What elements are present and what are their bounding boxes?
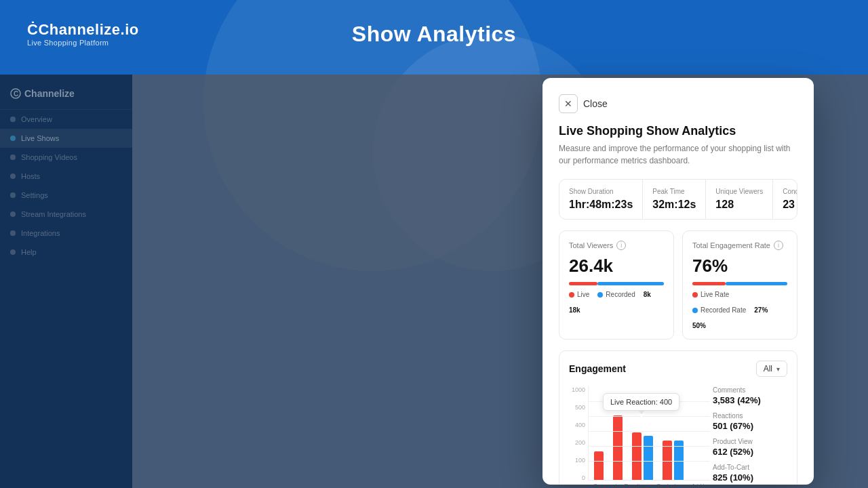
stat-concurrent-viewers-label: Concurrent Viewers <box>783 188 797 195</box>
y-label-500: 500 <box>569 404 585 411</box>
stats-row: Show Duration 1hr:48m:23s Peak Time 32m:… <box>559 179 797 220</box>
total-viewers-info-icon[interactable]: i <box>616 241 626 250</box>
filter-label: All <box>764 364 772 373</box>
legend-live-rate-dot <box>692 292 698 298</box>
stat-unique-viewers: Unique Viewers 128 <box>706 180 773 219</box>
engagement-recorded-bar <box>726 282 787 285</box>
bar-product-blue <box>644 436 653 480</box>
legend-recorded-value: 18k <box>569 306 580 314</box>
legend-live-rate: Live Rate <box>692 291 729 298</box>
header: ĊChannelize.io Live Shopping Platform Sh… <box>0 0 868 68</box>
eng-stat-add-to-cart-label: Add-To-Cart <box>713 464 787 471</box>
legend-live: Live <box>569 291 589 298</box>
eng-stat-product-view-value: 612 (52%) <box>713 447 787 457</box>
eng-stat-add-to-cart: Add-To-Cart 825 (10%) <box>713 464 787 483</box>
bar-reactions-red <box>613 415 623 480</box>
legend-recorded-rate: Recorded Rate <box>692 306 746 314</box>
y-label-200: 200 <box>569 439 585 446</box>
x-label-add-to-cart: Add to cart <box>689 483 711 485</box>
grid-line <box>589 431 710 432</box>
total-viewers-value: 26.4k <box>569 256 664 277</box>
engagement-stats: Comments 3,583 (42%) Reactions 501 (67%)… <box>713 386 787 485</box>
main-area: C Channelize Overview Live Shows Shoppin… <box>0 75 868 488</box>
stat-peak-time: Peak Time 32m:12s <box>643 180 706 219</box>
logo-bracket: Ċ <box>27 21 38 38</box>
logo-text: ĊChannelize.io <box>27 21 139 39</box>
engagement-rate-card: Total Engagement Rate i 76% Live Rate <box>682 230 797 340</box>
eng-stat-reactions: Reactions 501 (67%) <box>713 412 787 431</box>
eng-stat-comments-label: Comments <box>713 386 787 394</box>
y-label-400: 400 <box>569 422 585 428</box>
engagement-content: Live Reaction: 400 1000 500 400 <box>569 386 787 485</box>
grid-line <box>589 461 710 462</box>
page-title: Show Analytics <box>352 22 516 47</box>
total-viewers-progress <box>569 282 664 285</box>
legend-live-dot <box>569 292 574 298</box>
engagement-live-bar <box>692 282 726 285</box>
engagement-rate-value: 76% <box>692 256 787 277</box>
bar-group-product-view <box>632 432 653 480</box>
bar-product-red <box>632 432 642 480</box>
modal-overlay: ✕ Close Live Shopping Show Analytics Mea… <box>0 75 868 488</box>
metric-cards: Total Viewers i 26.4k Live <box>559 230 797 340</box>
modal-close-row: ✕ Close <box>559 94 797 113</box>
close-label: Close <box>583 98 608 109</box>
engagement-rate-info-icon[interactable]: i <box>774 241 783 250</box>
legend-recorded: Recorded <box>597 291 635 298</box>
x-label-comments: Comments <box>593 483 615 485</box>
eng-stat-add-to-cart-value: 825 (10%) <box>713 472 787 483</box>
bar-wrapper <box>594 451 604 480</box>
chart-tooltip: Live Reaction: 400 <box>603 393 679 411</box>
analytics-modal: ✕ Close Live Shopping Show Analytics Mea… <box>542 78 814 485</box>
tooltip-text: Live Reaction: 400 <box>610 398 672 406</box>
total-viewers-legend: Live Recorded 8k 18k <box>569 291 664 314</box>
legend-live-value: 8k <box>644 291 651 298</box>
x-label-product-view: Product View <box>653 483 679 485</box>
y-label-1000: 1000 <box>569 386 585 393</box>
chart-area: Live Reaction: 400 1000 500 400 <box>569 386 702 485</box>
close-button[interactable]: ✕ <box>559 94 578 113</box>
engagement-header: Engagement All ▾ <box>569 361 787 377</box>
modal-subtitle: Measure and improve the performance of y… <box>559 142 797 167</box>
bar-group-comments <box>594 451 604 480</box>
grid-line <box>589 446 710 447</box>
x-label-reactions: Reactions <box>625 483 644 485</box>
logo-area: ĊChannelize.io Live Shopping Platform <box>27 21 139 47</box>
logo-subtitle: Live Shopping Platform <box>27 39 108 47</box>
eng-stat-reactions-value: 501 (67%) <box>713 421 787 431</box>
stat-concurrent-viewers-value: 23 <box>783 199 797 211</box>
tooltip-arrow-inner <box>639 414 644 418</box>
stat-peak-time-label: Peak Time <box>652 188 696 195</box>
engagement-rate-header: Total Engagement Rate i <box>692 241 787 250</box>
engagement-title: Engagement <box>569 363 626 374</box>
stat-show-duration-value: 1hr:48m:23s <box>569 199 633 211</box>
bar-wrapper <box>632 432 653 480</box>
modal-title: Live Shopping Show Analytics <box>559 124 797 138</box>
filter-dropdown[interactable]: All ▾ <box>756 361 787 377</box>
stat-show-duration: Show Duration 1hr:48m:23s <box>559 180 643 219</box>
engagement-rate-legend: Live Rate Recorded Rate 27% 50% <box>692 291 787 329</box>
y-label-0: 0 <box>569 474 585 481</box>
eng-stat-reactions-label: Reactions <box>713 412 787 420</box>
tooltip-arrow <box>638 410 645 414</box>
total-viewers-live-bar <box>569 282 597 285</box>
eng-stat-product-view-label: Product View <box>713 438 787 445</box>
stat-show-duration-label: Show Duration <box>569 188 633 195</box>
legend-live-rate-value: 27% <box>754 306 768 314</box>
engagement-rate-label: Total Engagement Rate <box>692 241 770 249</box>
bar-comments-red <box>594 451 604 480</box>
legend-recorded-dot <box>597 292 603 298</box>
engagement-rate-progress <box>692 282 787 285</box>
y-label-100: 100 <box>569 457 585 464</box>
total-viewers-recorded-bar <box>597 282 664 285</box>
stat-concurrent-viewers: Concurrent Viewers 23 <box>773 180 797 219</box>
total-viewers-label: Total Viewers <box>569 241 613 249</box>
stat-peak-time-value: 32m:12s <box>652 199 696 211</box>
legend-recorded-rate-value: 50% <box>692 322 706 329</box>
chevron-down-icon: ▾ <box>776 365 780 373</box>
total-viewers-header: Total Viewers i <box>569 241 664 250</box>
eng-stat-comments: Comments 3,583 (42%) <box>713 386 787 405</box>
eng-stat-product-view: Product View 612 (52%) <box>713 438 787 457</box>
bar-wrapper <box>613 415 623 480</box>
engagement-section: Engagement All ▾ Live Reaction: 400 <box>559 350 797 485</box>
